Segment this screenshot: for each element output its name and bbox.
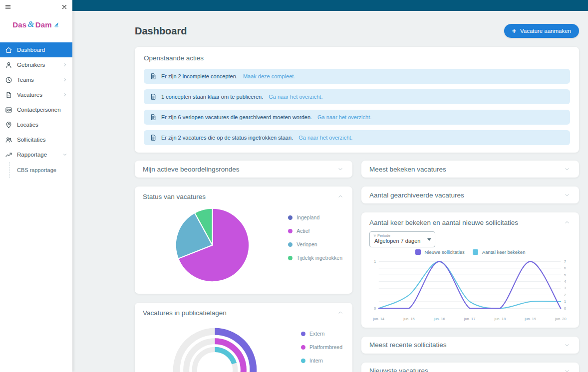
chevron-up-icon[interactable] <box>336 309 344 317</box>
legend-dot <box>301 359 305 363</box>
hamburger-menu-icon[interactable] <box>3 2 12 11</box>
select-floating-label: Periode <box>373 233 390 238</box>
chevron-right-icon <box>62 92 67 97</box>
legend-item: Ingepland <box>288 214 342 220</box>
legend-label: Verlopen <box>296 241 317 247</box>
vacancy-status-card: Status van vacatures Ingepland <box>135 186 352 294</box>
views-applications-card: Aantal keer bekeken en aantal nieuwe sol… <box>361 212 579 328</box>
sidebar-item-dashboard[interactable]: Dashboard <box>0 42 72 57</box>
alert-row: Er zijn 2 vacatures die op de status ing… <box>144 130 570 145</box>
card-title: Mijn actieve beoordelingsrondes <box>143 166 240 173</box>
legend-item: Intern <box>301 358 342 364</box>
card-title: Aantal gearchiveerde vacatures <box>369 191 464 199</box>
svg-text:0: 0 <box>564 307 566 310</box>
legend-dot <box>288 229 293 233</box>
legend-label: Actief <box>296 228 309 234</box>
card-title: Meest bekeken vacatures <box>369 166 446 173</box>
alert-link[interactable]: Ga naar het overzicht. <box>317 114 371 120</box>
legend-dot <box>301 345 305 350</box>
sidebar-item-label: Vacatures <box>17 92 42 98</box>
legend-dot <box>288 215 293 220</box>
sidebar-item-rapportage[interactable]: Rapportage <box>0 147 72 162</box>
sidebar-item-locaties[interactable]: Locaties <box>0 117 72 132</box>
chevron-down-icon[interactable] <box>336 165 344 173</box>
sidebar-item-label: Dashboard <box>17 47 45 53</box>
alert-text: Er zijn 6 verlopen vacatures die gearchi… <box>161 114 312 120</box>
chevron-up-icon[interactable] <box>563 218 571 226</box>
sidebar-item-label: Locaties <box>17 122 38 128</box>
legend-label: Ingepland <box>296 214 319 220</box>
alert-link[interactable]: Maak deze compleet. <box>243 73 295 79</box>
svg-text:jun. 19: jun. 19 <box>524 317 536 321</box>
sidebar-item-vacatures[interactable]: Vacatures <box>0 87 72 102</box>
sidebar-item-label: Gebruikers <box>17 62 45 68</box>
svg-text:jun. 17: jun. 17 <box>464 317 476 321</box>
recent-applications-card: Meest recente sollicitaties <box>361 337 579 354</box>
sidebar-item-teams[interactable]: Teams <box>0 72 72 87</box>
svg-text:jun. 16: jun. 16 <box>433 317 445 321</box>
chevron-down-icon[interactable] <box>563 165 571 173</box>
document-icon <box>5 91 12 99</box>
card-title: Nieuwste vacatures <box>369 367 428 372</box>
svg-text:1: 1 <box>374 260 376 263</box>
legend-swatch <box>473 249 478 255</box>
chevron-down-icon <box>62 152 67 157</box>
page-header: Dashboard + Vacature aanmaken <box>135 24 579 38</box>
create-vacancy-label: Vacature aanmaken <box>520 28 571 34</box>
chevron-down-icon[interactable] <box>563 191 571 199</box>
card-title: Meest recente sollicitaties <box>369 341 447 349</box>
location-pin-icon <box>5 121 12 129</box>
svg-text:jun. 15: jun. 15 <box>403 317 415 321</box>
document-icon <box>150 93 157 100</box>
legend-label: Intern <box>309 358 323 364</box>
card-title: Status van vacatures <box>143 193 206 200</box>
trend-chart-icon <box>5 151 12 159</box>
legend-item: Tijdelijk ingetrokken <box>288 255 342 261</box>
period-select[interactable]: Periode Afgelopen 7 dagen <box>369 231 435 247</box>
open-actions-card: Openstaande acties Er zijn 2 incomplete … <box>135 47 579 153</box>
legend-item: Nieuwe sollicitaties <box>415 249 465 255</box>
legend-label: Extern <box>309 331 324 337</box>
svg-text:jun. 14: jun. 14 <box>373 317 385 321</box>
sidebar-item-sollicitaties[interactable]: Sollicitaties <box>0 132 72 147</box>
sidebar-item-label: Rapportage <box>17 152 47 158</box>
svg-text:3: 3 <box>564 286 566 290</box>
alert-link[interactable]: Ga naar het overzicht. <box>298 135 352 141</box>
legend-item: Verlopen <box>288 241 342 247</box>
person-icon <box>5 61 12 69</box>
legend-label: Nieuwe sollicitaties <box>425 249 465 255</box>
main-content: Dashboard + Vacature aanmaken Openstaand… <box>72 11 588 372</box>
legend-dot <box>288 242 293 247</box>
chevron-down-icon[interactable] <box>563 341 571 349</box>
chevron-down-icon[interactable] <box>563 367 571 372</box>
alert-text: 1 concepten staan klaar om te publiceren… <box>161 94 263 100</box>
alert-row: 1 concepten staan klaar om te publiceren… <box>144 89 570 104</box>
filter-icon <box>373 234 376 237</box>
close-icon[interactable] <box>60 2 69 11</box>
svg-text:1: 1 <box>564 300 566 303</box>
donut-legend: Extern Platformbreed Intern <box>301 317 342 371</box>
card-title: Vacatures in publicatielagen <box>143 309 227 317</box>
sidebar-item-contactpersonen[interactable]: Contactpersonen <box>0 102 72 117</box>
status-pie-chart <box>174 206 251 284</box>
people-icon <box>5 136 12 144</box>
right-column: Meest bekeken vacatures Aantal gearchive… <box>361 161 579 372</box>
publication-layers-donut-chart <box>169 324 261 372</box>
svg-text:7: 7 <box>564 260 566 263</box>
sidebar-item-gebruikers[interactable]: Gebruikers <box>0 57 72 72</box>
alert-link[interactable]: Ga naar het overzicht. <box>269 94 322 100</box>
contact-card-icon <box>5 106 12 114</box>
document-icon <box>150 114 157 121</box>
logo-text: Dam <box>35 20 52 29</box>
legend-dot <box>288 256 293 260</box>
page-title: Dashboard <box>135 25 187 37</box>
chevron-right-icon <box>62 77 67 82</box>
chevron-up-icon[interactable] <box>336 192 344 200</box>
publication-layers-card: Vacatures in publicatielagen Extern <box>135 303 352 372</box>
sidebar-item-label: Teams <box>17 77 34 83</box>
alert-text: Er zijn 2 vacatures die op de status ing… <box>161 135 293 141</box>
dropdown-caret-icon <box>427 238 431 241</box>
sidebar-item-cbs-rapportage[interactable]: CBS rapportage <box>10 162 72 178</box>
sidebar-subnav: CBS rapportage <box>9 162 72 178</box>
create-vacancy-button[interactable]: + Vacature aanmaken <box>504 24 579 38</box>
